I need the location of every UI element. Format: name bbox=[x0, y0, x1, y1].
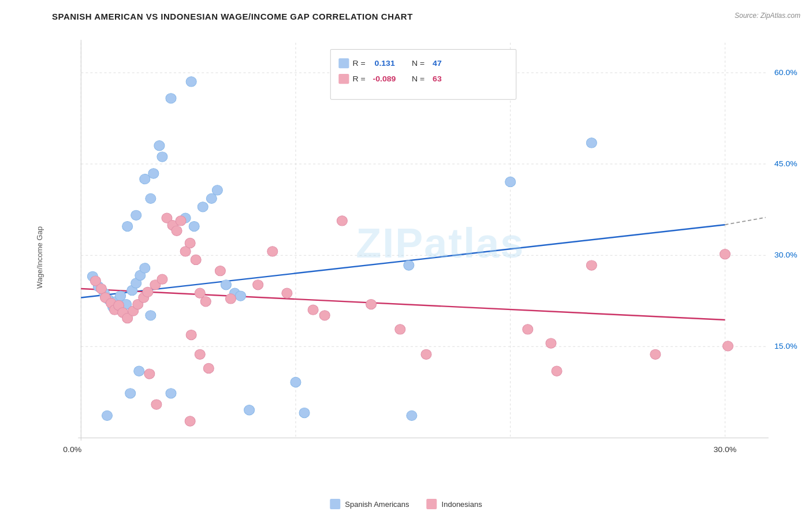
blue-dot bbox=[221, 280, 231, 290]
blue-dot bbox=[122, 221, 133, 231]
blue-dot bbox=[299, 408, 310, 417]
pink-dot bbox=[253, 280, 263, 290]
y-label-45: 45.0% bbox=[774, 159, 798, 168]
x-label-0: 0.0% bbox=[63, 445, 81, 454]
legend-pink-r-value: -0.089 bbox=[373, 75, 396, 84]
legend-pink-r-label: R = bbox=[352, 75, 365, 84]
blue-dot bbox=[244, 405, 255, 415]
y-axis-label: Wage/Income Gap bbox=[35, 226, 44, 289]
pink-dot bbox=[172, 226, 182, 236]
blue-dot bbox=[146, 193, 156, 203]
pink-regression-line bbox=[81, 289, 725, 320]
scatter-chart: .grid-line { stroke: #ddd; stroke-width:… bbox=[46, 26, 800, 460]
source-label: Source: ZipAtlas.com bbox=[735, 12, 800, 20]
legend-blue-box bbox=[338, 58, 349, 68]
pink-dot bbox=[186, 330, 196, 339]
chart-container: SPANISH AMERICAN VS INDONESIAN WAGE/INCO… bbox=[0, 0, 812, 515]
y-label-60: 60.0% bbox=[774, 68, 798, 77]
blue-dot bbox=[236, 291, 246, 301]
blue-dot bbox=[198, 202, 208, 212]
legend-pink-n-label: N = bbox=[412, 75, 424, 84]
y-label-15: 15.0% bbox=[774, 342, 798, 350]
x-label-30: 30.0% bbox=[713, 445, 736, 454]
pink-dot bbox=[191, 255, 201, 264]
legend-item-indonesian: Indonesians bbox=[427, 499, 482, 509]
y-label-30: 30.0% bbox=[774, 251, 798, 259]
legend-blue-n-label: N = bbox=[412, 59, 424, 68]
pink-dot bbox=[195, 349, 205, 359]
pink-dot bbox=[151, 400, 162, 409]
blue-dot bbox=[148, 169, 159, 178]
pink-dot bbox=[546, 338, 556, 348]
legend-color-indonesian bbox=[427, 499, 437, 509]
blue-dot bbox=[125, 389, 136, 398]
blue-dot bbox=[189, 221, 199, 231]
blue-dot bbox=[212, 185, 222, 195]
pink-dot bbox=[319, 311, 330, 320]
chart-area: ZIPatlas .grid-line { stroke: #ddd; stro… bbox=[46, 26, 800, 460]
legend-blue-r-value: 0.131 bbox=[375, 59, 396, 68]
legend-label-indonesian: Indonesians bbox=[442, 500, 482, 509]
pink-dot bbox=[157, 274, 167, 284]
pink-dot bbox=[337, 216, 347, 226]
chart-title: SPANISH AMERICAN VS INDONESIAN WAGE/INCO… bbox=[52, 12, 800, 21]
pink-dot bbox=[144, 369, 155, 379]
blue-dot bbox=[586, 138, 597, 148]
blue-dot bbox=[140, 263, 150, 273]
pink-dot bbox=[200, 297, 211, 307]
pink-dot bbox=[185, 416, 195, 426]
pink-dot bbox=[185, 238, 195, 248]
blue-dot bbox=[186, 77, 196, 87]
pink-dot bbox=[586, 260, 597, 270]
pink-dot bbox=[366, 299, 377, 309]
pink-dot bbox=[225, 294, 236, 304]
pink-dot bbox=[96, 283, 106, 293]
legend-item-spanish: Spanish Americans bbox=[330, 499, 409, 509]
pink-dot bbox=[523, 324, 533, 334]
legend-pink-box bbox=[338, 74, 349, 84]
legend-blue-r-label: R = bbox=[352, 59, 365, 68]
blue-dot bbox=[146, 311, 156, 320]
legend-blue-n-value: 47 bbox=[433, 59, 442, 68]
blue-dot bbox=[505, 177, 516, 186]
blue-dot bbox=[290, 377, 301, 387]
blue-dot bbox=[102, 410, 112, 420]
pink-dot bbox=[650, 349, 661, 359]
pink-dot bbox=[176, 216, 186, 226]
pink-dot bbox=[308, 305, 318, 315]
pink-dot bbox=[722, 341, 733, 351]
pink-dot bbox=[720, 249, 730, 259]
blue-dot bbox=[154, 141, 165, 151]
blue-dot bbox=[157, 152, 167, 162]
pink-dot bbox=[215, 266, 225, 276]
blue-dot bbox=[404, 260, 414, 270]
legend-pink-n-value: 63 bbox=[433, 75, 442, 84]
blue-regression-extension bbox=[725, 218, 765, 225]
chart-legend: Spanish Americans Indonesians bbox=[330, 499, 482, 509]
pink-dot bbox=[282, 288, 292, 298]
blue-dot bbox=[166, 94, 176, 103]
pink-dot bbox=[395, 324, 405, 334]
pink-dot bbox=[203, 363, 214, 373]
pink-dot bbox=[552, 366, 562, 376]
legend-label-spanish: Spanish Americans bbox=[345, 500, 409, 509]
legend-color-spanish bbox=[330, 499, 340, 509]
blue-dot bbox=[407, 410, 417, 420]
pink-dot bbox=[267, 247, 278, 256]
blue-dot bbox=[134, 366, 144, 376]
pink-dot bbox=[421, 349, 431, 359]
blue-dot bbox=[131, 210, 141, 220]
blue-dot bbox=[166, 389, 176, 398]
